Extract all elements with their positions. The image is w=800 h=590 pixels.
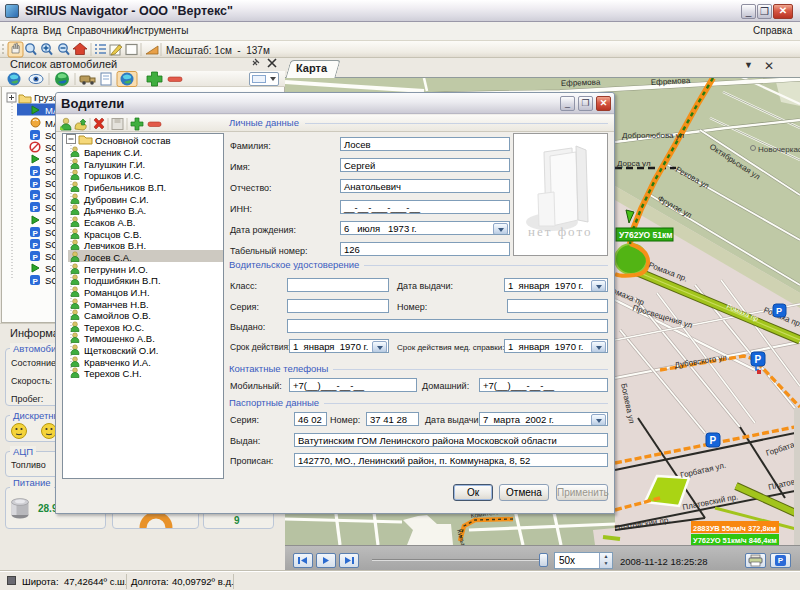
svg-text:P: P <box>33 253 39 262</box>
svg-text:У762УО 51км: У762УО 51км <box>619 230 673 240</box>
svg-text:P: P <box>710 435 717 446</box>
svg-text:Дорса ул: Дорса ул <box>617 159 651 168</box>
svg-text:P: P <box>755 354 762 365</box>
svg-text:P: P <box>33 241 39 250</box>
svg-text:P: P <box>33 277 39 286</box>
svg-text:P: P <box>33 192 39 201</box>
svg-text:P: P <box>33 132 39 141</box>
svg-text:Добролюбова ул: Добролюбова ул <box>622 131 685 140</box>
svg-text:P: P <box>776 306 782 316</box>
svg-text:P: P <box>33 168 39 177</box>
svg-text:P: P <box>33 180 39 189</box>
svg-text:P: P <box>33 229 39 238</box>
svg-text:P: P <box>33 204 39 213</box>
svg-text:2883УВ 55км/ч 372,8км: 2883УВ 55км/ч 372,8км <box>693 524 777 533</box>
svg-text:Ефремова: Ефремова <box>561 78 601 88</box>
svg-text:нет фото: нет фото <box>528 224 592 239</box>
svg-text:Новочеркасск: Новочеркасск <box>758 145 800 154</box>
svg-text:У762УО 51км/ч 846,4км: У762УО 51км/ч 846,4км <box>693 536 777 545</box>
